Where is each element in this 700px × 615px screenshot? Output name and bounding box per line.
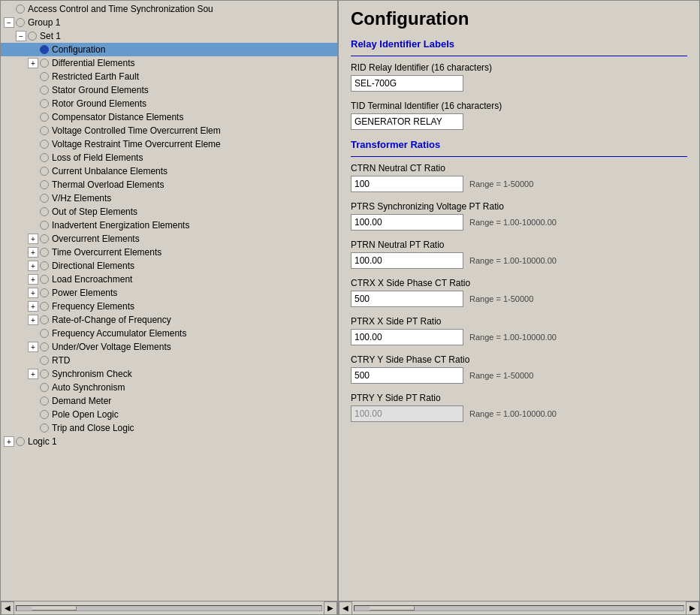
hscroll-left-button[interactable]: ◀	[1, 601, 14, 615]
tree-item-loss-of-field-elements[interactable]: Loss of Field Elements	[1, 151, 337, 164]
ctrn-range: Range = 1-50000	[469, 179, 533, 188]
tree-label-trip-and-close-logic: Trip and Close Logic	[52, 423, 134, 433]
hscroll-right-button[interactable]: ▶	[324, 601, 337, 615]
tree-item-logic-1[interactable]: +Logic 1	[1, 435, 337, 448]
right-hscroll-right-button[interactable]: ▶	[686, 601, 699, 615]
expand-btn-overcurrent-elements[interactable]: +	[28, 234, 38, 244]
page-title: Configuration	[351, 8, 687, 29]
tree-item-trip-and-close-logic[interactable]: Trip and Close Logic	[1, 421, 337, 435]
hscroll-thumb[interactable]	[32, 606, 77, 610]
hscroll-track[interactable]	[16, 605, 322, 611]
expand-btn-power-elements[interactable]: +	[28, 288, 38, 298]
expand-btn-group-1[interactable]: −	[4, 17, 14, 28]
tree-label-thermal-overload-elements: Thermal Overload Elements	[52, 179, 164, 190]
tid-label: TID Terminal Identifier (16 characters)	[351, 101, 687, 111]
ptrn-form-group: PTRN Neutral PT RatioRange = 1.00-10000.…	[351, 240, 687, 269]
ptry-range: Range = 1.00-10000.00	[469, 409, 557, 418]
ptrn-input[interactable]	[351, 252, 463, 269]
tree-label-out-of-step-elements: Out of Step Elements	[52, 207, 137, 217]
tree-icon-overcurrent-elements	[40, 234, 49, 243]
tree-item-power-elements[interactable]: +Power Elements	[1, 286, 337, 300]
expand-btn-differential-elements[interactable]: +	[28, 58, 38, 68]
tree-icon-v-hz-elements	[40, 194, 49, 203]
tree-item-current-unbalance-elements[interactable]: Current Unbalance Elements	[1, 164, 337, 178]
tree-item-overcurrent-elements[interactable]: +Overcurrent Elements	[1, 232, 337, 246]
tree-item-inadvertent-energization-elements[interactable]: Inadvertent Energization Elements	[1, 219, 337, 232]
tree-label-pole-open-logic: Pole Open Logic	[52, 409, 119, 420]
ptrs-field-row: Range = 1.00-10000.00	[351, 214, 687, 231]
tree-item-load-encroachment[interactable]: +Load Encroachment	[1, 273, 337, 286]
ptry-field-row: Range = 1.00-10000.00	[351, 405, 687, 422]
tree-item-rtd[interactable]: RTD	[1, 354, 337, 367]
expand-btn-load-encroachment[interactable]: +	[28, 274, 38, 285]
tree-item-voltage-controlled-time-overcurrent[interactable]: Voltage Controlled Time Overcurrent Elem	[1, 124, 337, 137]
ptrn-label: PTRN Neutral PT Ratio	[351, 240, 687, 250]
tree-icon-set-1	[28, 32, 37, 41]
tree-item-pole-open-logic[interactable]: Pole Open Logic	[1, 408, 337, 421]
expand-btn-synchronism-check[interactable]: +	[28, 369, 38, 379]
rid-input[interactable]	[351, 75, 463, 92]
tree-icon-under-over-voltage-elements	[40, 342, 49, 351]
tree-item-set-1[interactable]: −Set 1	[1, 29, 337, 43]
tree-item-configuration[interactable]: Configuration	[1, 43, 337, 56]
tree-item-out-of-step-elements[interactable]: Out of Step Elements	[1, 205, 337, 219]
expand-btn-under-over-voltage-elements[interactable]: +	[28, 342, 38, 352]
tree-label-stator-ground-elements: Stator Ground Elements	[52, 85, 149, 95]
tree-item-compensator-distance-elements[interactable]: Compensator Distance Elements	[1, 110, 337, 124]
tree-item-rotor-ground-elements[interactable]: Rotor Ground Elements	[1, 97, 337, 110]
expand-btn-frequency-elements[interactable]: +	[28, 301, 38, 312]
ptrs-input[interactable]	[351, 214, 463, 231]
ctry-label: CTRY Y Side Phase CT Ratio	[351, 354, 687, 365]
tid-input[interactable]	[351, 113, 463, 130]
expand-btn-set-1[interactable]: −	[16, 31, 26, 41]
tree-icon-pole-open-logic	[40, 410, 49, 419]
ptrn-range: Range = 1.00-10000.00	[469, 256, 557, 265]
tree-scroll-area[interactable]: Access Control and Time Synchronization …	[1, 1, 337, 601]
tree-item-frequency-elements[interactable]: +Frequency Elements	[1, 300, 337, 313]
tree-label-rotor-ground-elements: Rotor Ground Elements	[52, 98, 146, 109]
tree-item-access-control[interactable]: Access Control and Time Synchronization …	[1, 2, 337, 16]
tree-icon-stator-ground-elements	[40, 86, 49, 95]
tree-item-under-over-voltage-elements[interactable]: +Under/Over Voltage Elements	[1, 340, 337, 354]
ctry-input[interactable]	[351, 367, 463, 384]
right-scroll-area[interactable]: Configuration Relay Identifier Labels RI…	[339, 1, 699, 601]
right-hscroll-left-button[interactable]: ◀	[339, 601, 352, 615]
tree-item-restricted-earth-fault[interactable]: Restricted Earth Fault	[1, 70, 337, 83]
tree-label-rtd: RTD	[52, 355, 70, 366]
tree-label-time-overcurrent-elements: Time Overcurrent Elements	[52, 247, 161, 258]
ctrn-input[interactable]	[351, 176, 463, 192]
tree-icon-out-of-step-elements	[40, 207, 49, 216]
tree-item-thermal-overload-elements[interactable]: Thermal Overload Elements	[1, 178, 337, 191]
tree-item-rate-of-change-frequency[interactable]: +Rate-of-Change of Frequency	[1, 313, 337, 327]
tree-label-current-unbalance-elements: Current Unbalance Elements	[52, 166, 167, 176]
tree-item-v-hz-elements[interactable]: V/Hz Elements	[1, 191, 337, 205]
tree-item-voltage-restraint-time-overcurrent[interactable]: Voltage Restraint Time Overcurrent Eleme	[1, 137, 337, 151]
expand-btn-time-overcurrent-elements[interactable]: +	[28, 247, 38, 258]
transformer-fields-container: CTRN Neutral CT RatioRange = 1-50000PTRS…	[351, 163, 687, 422]
tree-item-frequency-accumulator-elements[interactable]: Frequency Accumulator Elements	[1, 327, 337, 340]
right-hscroll-track[interactable]	[354, 605, 684, 611]
right-hscroll-thumb[interactable]	[370, 606, 415, 610]
tree-item-time-overcurrent-elements[interactable]: +Time Overcurrent Elements	[1, 246, 337, 259]
tree-item-synchronism-check[interactable]: +Synchronism Check	[1, 367, 337, 381]
tree-item-differential-elements[interactable]: +Differential Elements	[1, 56, 337, 70]
tree-icon-logic-1	[16, 437, 25, 446]
expand-btn-rate-of-change-frequency[interactable]: +	[28, 315, 38, 325]
ctrx-input[interactable]	[351, 291, 463, 307]
left-horizontal-scrollbar: ◀ ▶	[1, 601, 337, 614]
tree-label-logic-1: Logic 1	[28, 436, 57, 447]
tree-item-directional-elements[interactable]: +Directional Elements	[1, 259, 337, 273]
tree-label-auto-synchronism: Auto Synchronism	[52, 382, 125, 393]
tree-item-group-1[interactable]: −Group 1	[1, 16, 337, 29]
expand-btn-directional-elements[interactable]: +	[28, 261, 38, 271]
ctrn-label: CTRN Neutral CT Ratio	[351, 163, 687, 173]
tree-icon-thermal-overload-elements	[40, 180, 49, 189]
tree-item-auto-synchronism[interactable]: Auto Synchronism	[1, 381, 337, 394]
ptrx-form-group: PTRX X Side PT RatioRange = 1.00-10000.0…	[351, 316, 687, 345]
tree-label-loss-of-field-elements: Loss of Field Elements	[52, 152, 143, 163]
ptrx-input[interactable]	[351, 329, 463, 345]
expand-btn-logic-1[interactable]: +	[4, 436, 14, 447]
tree-item-stator-ground-elements[interactable]: Stator Ground Elements	[1, 83, 337, 97]
ptrn-field-row: Range = 1.00-10000.00	[351, 252, 687, 269]
tree-item-demand-meter[interactable]: Demand Meter	[1, 394, 337, 408]
